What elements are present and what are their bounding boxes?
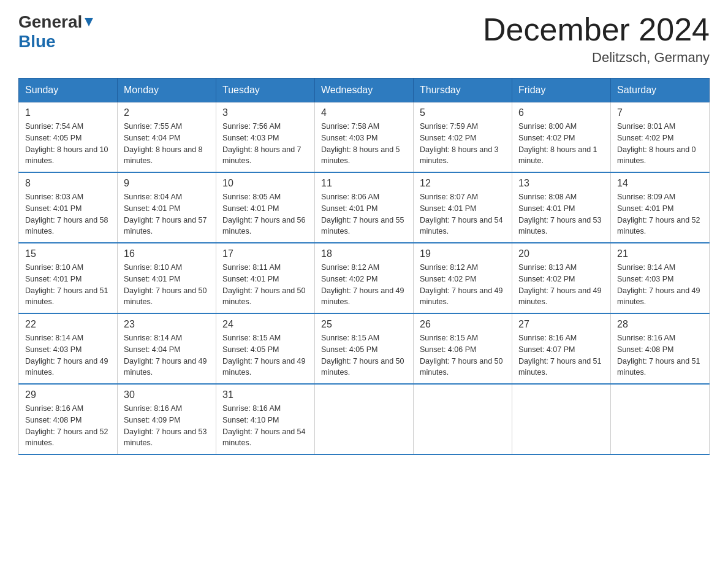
day-info: Sunrise: 7:58 AMSunset: 4:03 PMDaylight:… [321,121,407,167]
calendar-cell: 31 Sunrise: 8:16 AMSunset: 4:10 PMDaylig… [216,384,315,454]
day-info: Sunrise: 8:06 AMSunset: 4:01 PMDaylight:… [321,191,407,237]
calendar-cell: 12 Sunrise: 8:07 AMSunset: 4:01 PMDaylig… [414,172,512,243]
day-info: Sunrise: 8:08 AMSunset: 4:01 PMDaylight:… [518,191,604,237]
calendar-week-3: 15 Sunrise: 8:10 AMSunset: 4:01 PMDaylig… [19,243,710,313]
calendar-cell: 30 Sunrise: 8:16 AMSunset: 4:09 PMDaylig… [118,384,216,454]
day-info: Sunrise: 8:07 AMSunset: 4:01 PMDaylight:… [420,191,506,237]
calendar-cell: 18 Sunrise: 8:12 AMSunset: 4:02 PMDaylig… [315,243,414,313]
calendar-cell: 11 Sunrise: 8:06 AMSunset: 4:01 PMDaylig… [315,172,414,243]
calendar-cell: 8 Sunrise: 8:03 AMSunset: 4:01 PMDayligh… [19,172,118,243]
day-info: Sunrise: 8:13 AMSunset: 4:02 PMDaylight:… [518,262,604,308]
day-info: Sunrise: 7:59 AMSunset: 4:02 PMDaylight:… [420,121,506,167]
day-info: Sunrise: 8:14 AMSunset: 4:04 PMDaylight:… [124,332,210,378]
weekday-header-saturday: Saturday [611,79,710,102]
day-number: 3 [222,107,308,118]
logo-triangle-icon [82,15,96,29]
day-number: 20 [518,248,604,259]
day-number: 25 [321,319,407,330]
day-info: Sunrise: 8:15 AMSunset: 4:05 PMDaylight:… [321,332,407,378]
calendar-cell: 24 Sunrise: 8:15 AMSunset: 4:05 PMDaylig… [216,313,315,384]
day-number: 18 [321,248,407,259]
day-number: 28 [617,319,703,330]
day-info: Sunrise: 7:55 AMSunset: 4:04 PMDaylight:… [124,121,210,167]
day-info: Sunrise: 8:10 AMSunset: 4:01 PMDaylight:… [124,262,210,308]
calendar-cell: 16 Sunrise: 8:10 AMSunset: 4:01 PMDaylig… [118,243,216,313]
day-info: Sunrise: 8:16 AMSunset: 4:09 PMDaylight:… [124,403,210,449]
day-number: 26 [420,319,506,330]
calendar-cell [611,384,710,454]
day-info: Sunrise: 8:15 AMSunset: 4:06 PMDaylight:… [420,332,506,378]
title-area: December 2024 Delitzsch, Germany [483,12,710,66]
day-number: 8 [25,178,111,189]
day-number: 17 [222,248,308,259]
day-info: Sunrise: 8:11 AMSunset: 4:01 PMDaylight:… [222,262,308,308]
calendar-week-5: 29 Sunrise: 8:16 AMSunset: 4:08 PMDaylig… [19,384,710,454]
day-info: Sunrise: 7:56 AMSunset: 4:03 PMDaylight:… [222,121,308,167]
calendar-cell: 25 Sunrise: 8:15 AMSunset: 4:05 PMDaylig… [315,313,414,384]
svg-marker-0 [85,18,93,26]
calendar-cell: 17 Sunrise: 8:11 AMSunset: 4:01 PMDaylig… [216,243,315,313]
calendar-cell: 26 Sunrise: 8:15 AMSunset: 4:06 PMDaylig… [414,313,512,384]
calendar-cell: 28 Sunrise: 8:16 AMSunset: 4:08 PMDaylig… [611,313,710,384]
calendar-cell: 13 Sunrise: 8:08 AMSunset: 4:01 PMDaylig… [512,172,611,243]
calendar-cell: 29 Sunrise: 8:16 AMSunset: 4:08 PMDaylig… [19,384,118,454]
calendar-cell: 1 Sunrise: 7:54 AMSunset: 4:05 PMDayligh… [19,102,118,173]
day-info: Sunrise: 8:01 AMSunset: 4:02 PMDaylight:… [617,121,703,167]
logo-top: General [18,12,96,32]
day-number: 24 [222,319,308,330]
day-info: Sunrise: 8:16 AMSunset: 4:08 PMDaylight:… [25,403,111,449]
page-subtitle: Delitzsch, Germany [483,50,710,66]
day-number: 16 [124,248,210,259]
calendar-cell: 15 Sunrise: 8:10 AMSunset: 4:01 PMDaylig… [19,243,118,313]
weekday-header-sunday: Sunday [19,79,118,102]
day-info: Sunrise: 8:16 AMSunset: 4:08 PMDaylight:… [617,332,703,378]
calendar-week-2: 8 Sunrise: 8:03 AMSunset: 4:01 PMDayligh… [19,172,710,243]
logo-general-text: General [18,12,82,32]
calendar-cell: 2 Sunrise: 7:55 AMSunset: 4:04 PMDayligh… [118,102,216,173]
day-number: 12 [420,178,506,189]
calendar-cell [315,384,414,454]
day-number: 29 [25,389,111,400]
day-info: Sunrise: 7:54 AMSunset: 4:05 PMDaylight:… [25,121,111,167]
calendar-cell [414,384,512,454]
day-info: Sunrise: 8:00 AMSunset: 4:02 PMDaylight:… [518,121,604,167]
day-number: 9 [124,178,210,189]
weekday-row: SundayMondayTuesdayWednesdayThursdayFrid… [19,79,710,102]
day-info: Sunrise: 8:14 AMSunset: 4:03 PMDaylight:… [617,262,703,308]
day-number: 14 [617,178,703,189]
day-number: 6 [518,107,604,118]
calendar-header: SundayMondayTuesdayWednesdayThursdayFrid… [19,79,710,102]
day-info: Sunrise: 8:04 AMSunset: 4:01 PMDaylight:… [124,191,210,237]
day-info: Sunrise: 8:12 AMSunset: 4:02 PMDaylight:… [321,262,407,308]
calendar-table: SundayMondayTuesdayWednesdayThursdayFrid… [18,78,710,455]
calendar-cell [512,384,611,454]
calendar-cell: 6 Sunrise: 8:00 AMSunset: 4:02 PMDayligh… [512,102,611,173]
weekday-header-monday: Monday [118,79,216,102]
day-number: 10 [222,178,308,189]
calendar-cell: 3 Sunrise: 7:56 AMSunset: 4:03 PMDayligh… [216,102,315,173]
calendar-cell: 21 Sunrise: 8:14 AMSunset: 4:03 PMDaylig… [611,243,710,313]
day-number: 1 [25,107,111,118]
day-info: Sunrise: 8:05 AMSunset: 4:01 PMDaylight:… [222,191,308,237]
weekday-header-tuesday: Tuesday [216,79,315,102]
day-info: Sunrise: 8:16 AMSunset: 4:07 PMDaylight:… [518,332,604,378]
day-number: 4 [321,107,407,118]
calendar-cell: 27 Sunrise: 8:16 AMSunset: 4:07 PMDaylig… [512,313,611,384]
day-number: 7 [617,107,703,118]
day-number: 27 [518,319,604,330]
calendar-cell: 23 Sunrise: 8:14 AMSunset: 4:04 PMDaylig… [118,313,216,384]
day-info: Sunrise: 8:14 AMSunset: 4:03 PMDaylight:… [25,332,111,378]
calendar-cell: 7 Sunrise: 8:01 AMSunset: 4:02 PMDayligh… [611,102,710,173]
page-header: General Blue December 2024 Delitzsch, Ge… [18,12,710,66]
day-number: 11 [321,178,407,189]
day-number: 21 [617,248,703,259]
day-number: 19 [420,248,506,259]
day-number: 13 [518,178,604,189]
day-number: 30 [124,389,210,400]
weekday-header-friday: Friday [512,79,611,102]
weekday-header-thursday: Thursday [414,79,512,102]
day-number: 31 [222,389,308,400]
logo-blue-row: Blue [18,32,56,52]
calendar-week-4: 22 Sunrise: 8:14 AMSunset: 4:03 PMDaylig… [19,313,710,384]
day-number: 5 [420,107,506,118]
